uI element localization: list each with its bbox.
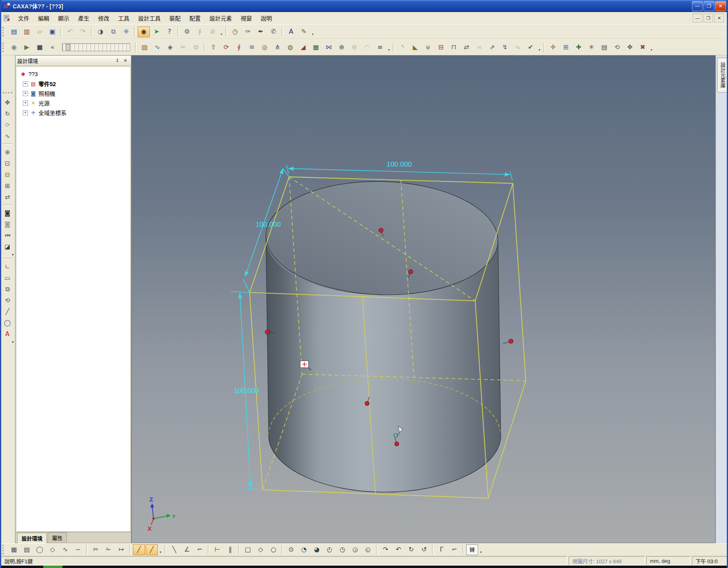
pick-tool-icon[interactable]: ➤ — [151, 26, 163, 37]
rewind-icon[interactable]: « — [46, 42, 58, 53]
record-icon[interactable]: ◉ — [8, 42, 20, 53]
zoom-previous-icon[interactable]: ⊟ — [2, 169, 14, 180]
datum-point[interactable] — [509, 339, 513, 343]
tree-item-camera[interactable]: +◙照相機 — [18, 89, 130, 98]
document-icon[interactable] — [3, 15, 10, 21]
menu-item-1[interactable]: 編輯 — [34, 12, 54, 24]
menu-item-4[interactable]: 修改 — [94, 12, 114, 24]
animation-timeline-slider[interactable] — [62, 43, 130, 51]
mdi-minimize-button[interactable]: — — [693, 14, 702, 22]
mate-icon[interactable]: ⊞ — [560, 42, 572, 53]
shade-mode-icon[interactable]: ◪ — [2, 242, 14, 252]
toolbar-overflow-chevron-icon[interactable]: ▾ — [386, 41, 391, 53]
extrude-icon[interactable]: ⇧ — [207, 42, 219, 53]
annotate-icon[interactable]: ✑ — [242, 26, 254, 37]
datum-point[interactable] — [408, 270, 412, 274]
tab-design-element-library[interactable]: 設計元素庫 — [717, 58, 728, 93]
toolbar-overflow-chevron-icon[interactable]: ▾ — [310, 26, 315, 38]
table-icon[interactable]: ▤ — [21, 544, 33, 555]
toolbar-grip[interactable] — [2, 27, 6, 36]
loft-icon[interactable]: ≋ — [246, 42, 258, 53]
rotate-view-icon[interactable]: ↻ — [2, 109, 14, 119]
tree-item-light[interactable]: +☀光源 — [18, 98, 130, 108]
sketch-line-icon[interactable]: ╱ — [2, 306, 14, 317]
corner-2-icon[interactable]: ⌐ — [448, 544, 461, 555]
toolbar-expand-chevron-icon[interactable]: ▸ — [12, 340, 14, 344]
zoom-window-icon[interactable]: ⊡ — [2, 158, 14, 169]
sketch-text-icon[interactable]: A — [2, 329, 14, 339]
copy-image-icon[interactable]: ⧉ — [107, 26, 119, 37]
rotate-ccw-icon[interactable]: ↺ — [418, 544, 430, 555]
rotate-cw-icon[interactable]: ↻ — [405, 544, 417, 555]
stop-icon[interactable]: ■ — [34, 42, 46, 53]
draft-icon[interactable]: ◢ — [297, 42, 309, 53]
mirror-feature-icon[interactable]: ⋈ — [323, 42, 335, 53]
save-icon[interactable]: ▣ — [46, 26, 58, 37]
diamond-tool-icon[interactable]: ◇ — [255, 544, 267, 555]
mdi-restore-button[interactable]: ❐ — [704, 14, 713, 22]
freecurve-tool-icon[interactable]: ∽ — [72, 544, 84, 555]
tree-expander-icon[interactable]: + — [23, 81, 28, 87]
grid-icon[interactable]: ▦ — [8, 544, 20, 555]
angle-line-icon[interactable]: ∠ — [181, 544, 193, 555]
menu-item-0[interactable]: 文件 — [14, 12, 34, 24]
options-gear-icon[interactable]: ⚙ — [181, 26, 193, 37]
polygon-tool-icon[interactable]: ◇ — [46, 544, 58, 555]
sketch-project-icon[interactable]: ⧉ — [2, 284, 14, 294]
open-file-icon[interactable]: ▱ — [34, 26, 46, 37]
pan-view-icon[interactable]: ✥ — [2, 97, 14, 108]
arc-center-icon[interactable]: ◷ — [336, 544, 348, 555]
viewport-3d[interactable]: 100.000 100.000 100.000 — [131, 55, 716, 543]
datum-point[interactable] — [365, 401, 369, 405]
menu-item-10[interactable]: 視窗 — [236, 12, 256, 24]
arc-cw-icon[interactable]: ↷ — [380, 544, 392, 555]
sketch-circle-icon[interactable]: ◯ — [2, 318, 14, 328]
trim-icon[interactable]: ✁ — [103, 544, 115, 555]
arc-ccw-icon[interactable]: ↶ — [392, 544, 404, 555]
camera-icon[interactable]: ◙ — [2, 208, 14, 218]
pin-icon[interactable]: ↧ — [113, 57, 121, 64]
fillet-icon[interactable]: ◝ — [396, 42, 408, 53]
subtract-icon[interactable]: ⊟ — [435, 42, 447, 53]
panel-tab-0[interactable]: 設計環境 — [17, 533, 47, 543]
dim-horizontal-icon[interactable]: ⊢ — [211, 544, 223, 555]
app-icon[interactable] — [2, 2, 10, 10]
line-tool-icon[interactable]: ╲ — [168, 544, 180, 555]
macro-icon[interactable]: ∮ — [194, 26, 206, 37]
offset-icon[interactable]: ≍ — [473, 42, 485, 53]
sketch-2d-toggle[interactable]: ╱ — [133, 544, 145, 555]
close-panel-icon[interactable]: ✕ — [121, 57, 129, 64]
tree-expander-icon[interactable]: + — [23, 110, 28, 115]
slider-handle[interactable] — [66, 44, 70, 50]
arc-tangent-icon[interactable]: ◵ — [362, 544, 374, 555]
play-icon[interactable]: ▶ — [21, 42, 33, 53]
zoom-icon[interactable]: ⊕ — [2, 147, 14, 157]
toolbar-overflow-chevron-icon[interactable]: ▾ — [537, 41, 542, 53]
union-icon[interactable]: ⊎ — [422, 42, 434, 53]
pan-mode-icon[interactable]: ⇄ — [2, 192, 14, 202]
curve-tool-icon[interactable]: ∿ — [151, 42, 163, 53]
chamfer-icon[interactable]: ◣ — [409, 42, 421, 53]
circle-tool-icon[interactable]: ○ — [267, 544, 280, 555]
circle-3pt-icon[interactable]: ◕ — [311, 544, 323, 555]
context-help-icon[interactable]: ? — [163, 26, 175, 37]
toolbar-grip[interactable] — [2, 42, 6, 52]
toolbar-overflow-chevron-icon[interactable]: ▾ — [649, 41, 654, 53]
camera-view-icon[interactable]: ◙ — [2, 219, 14, 230]
datum-point[interactable] — [395, 442, 399, 446]
verify-icon[interactable]: ✔ — [525, 42, 537, 53]
ellipse-tool-icon[interactable]: ◯ — [34, 544, 46, 555]
find-feature-icon[interactable]: ◉ — [138, 26, 150, 37]
fly-view-icon[interactable]: ∿ — [2, 131, 14, 141]
mdi-close-button[interactable]: ✕ — [714, 14, 724, 22]
viewport-3d-canvas[interactable]: 100.000 100.000 100.000 — [132, 56, 715, 543]
undo-icon[interactable]: ↶ — [64, 26, 76, 37]
menu-item-7[interactable]: 裝配 — [165, 12, 185, 24]
sketch-3d-toggle[interactable]: ╱ — [146, 544, 158, 555]
boss-icon[interactable]: ⊕ — [336, 42, 348, 53]
spline-tool-icon[interactable]: ∿ — [59, 544, 71, 555]
menu-item-2[interactable]: 顯示 — [54, 12, 74, 24]
twist-icon[interactable]: ↯ — [499, 42, 511, 53]
toolbar-grip[interactable] — [2, 545, 6, 554]
tree-expander-icon[interactable]: + — [23, 91, 28, 96]
